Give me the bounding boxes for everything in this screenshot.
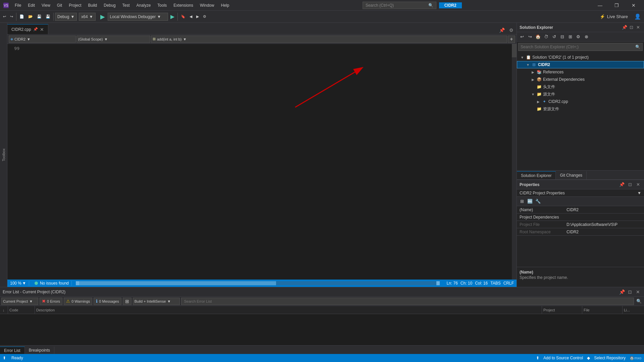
messages-button[interactable]: ℹ 0 Messages (94, 298, 121, 305)
status-select-repo[interactable]: Select Repository (593, 356, 627, 360)
se-tab-git[interactable]: Git Changes (556, 171, 587, 179)
error-search-input[interactable] (181, 298, 634, 305)
toolbox-label[interactable]: Toolbox (2, 148, 6, 161)
se-forward-button[interactable]: ↪ (526, 33, 534, 41)
no-issues-status[interactable]: No issues found (32, 281, 72, 286)
function-dropdown[interactable]: ⊞ add(int a, int b) ▼ (151, 36, 507, 43)
ch-label[interactable]: Ch: 10 (461, 281, 472, 286)
props-categorized-btn[interactable]: ⊞ (518, 198, 526, 205)
solution-expander[interactable]: ▼ (520, 55, 525, 60)
props-subtitle-arrow[interactable]: ▼ (637, 191, 641, 195)
menu-help[interactable]: Help (218, 2, 232, 9)
tab-close[interactable]: ✕ (40, 27, 44, 32)
col-line[interactable]: Li... (623, 306, 643, 314)
col-file[interactable]: File (582, 306, 623, 314)
platform-dropdown[interactable]: x64 ▼ (79, 13, 95, 21)
se-home-button[interactable]: 🏠 (534, 33, 542, 41)
menu-build[interactable]: Build (86, 2, 100, 9)
live-errors-button[interactable]: ⊞ (123, 298, 131, 305)
prop-row-file[interactable]: Project File D:\ApplicationSoftware\VS\P (517, 221, 644, 228)
settings-dropdown[interactable]: ⚙ (507, 26, 515, 34)
error-filter-dropdown[interactable]: Current Project ▼ (1, 298, 38, 305)
nav-add-button[interactable]: + (508, 36, 515, 43)
minimize-button[interactable]: — (592, 0, 608, 11)
bookmark-button[interactable]: 🔖 (179, 12, 187, 21)
lower-tab-breakpoints[interactable]: Breakpoints (25, 347, 54, 354)
maximize-button[interactable]: ❐ (609, 0, 625, 11)
search-box[interactable]: Search (Ctrl+Q) 🔍 (363, 2, 436, 9)
menu-project[interactable]: Project (66, 2, 84, 9)
col-code[interactable]: Code (8, 306, 35, 314)
menu-analyze[interactable]: Analyze (134, 2, 154, 9)
tree-item-cidr2cpp[interactable]: ▶ ✦ CIDR2.cpp (517, 98, 644, 105)
solution-tree[interactable]: ▼ 📋 Solution 'CIDR2' (1 of 1 project) ▼ … (517, 52, 644, 170)
run-button[interactable]: ▶ (99, 13, 106, 20)
se-float-button[interactable]: ⊡ (628, 24, 635, 31)
error-search-button[interactable]: 🔍 (635, 298, 643, 305)
close-button[interactable]: ✕ (626, 0, 641, 11)
col-label[interactable]: Col: 16 (475, 281, 488, 286)
source-files-expander[interactable]: ▼ (530, 92, 536, 97)
menu-tools[interactable]: Tools (155, 2, 169, 9)
tree-item-source-files[interactable]: ▼ 📁 源文件 (517, 90, 644, 98)
props-pin-button[interactable]: 📌 (619, 181, 625, 188)
toolbox-sidebar[interactable]: Toolbox (0, 23, 7, 287)
scope-dropdown[interactable]: ◈ CIDR2 ▼ (9, 36, 76, 43)
references-expander[interactable]: ▶ (530, 69, 536, 75)
se-pin-button[interactable]: 📌 (621, 24, 628, 31)
scroll-right-btn[interactable] (436, 281, 440, 285)
cidr2cpp-expander[interactable]: ▶ (536, 99, 541, 104)
menu-file[interactable]: File (12, 2, 24, 9)
menu-window[interactable]: Window (197, 2, 217, 9)
build-filter-dropdown[interactable]: Build + IntelliSense ▼ (133, 298, 180, 305)
new-file-button[interactable]: 📄 (18, 12, 26, 21)
settings-button[interactable]: ⚙ (201, 12, 208, 21)
prop-row-deps[interactable]: Project Dependencies (517, 214, 644, 221)
tree-item-ext-deps[interactable]: ▶ 📦 External Dependencies (517, 76, 644, 83)
menu-git[interactable]: Git (54, 2, 65, 9)
prop-row-ns[interactable]: Root Namespace CIDR2 (517, 228, 644, 236)
se-search-input[interactable] (521, 45, 635, 49)
props-float-button[interactable]: ⊡ (627, 181, 633, 188)
col-description[interactable]: Description (35, 306, 542, 314)
auto-hide-button[interactable]: 📌 (498, 26, 506, 34)
global-scope-dropdown[interactable]: (Global Scope) ▼ (76, 36, 150, 43)
open-file-button[interactable]: 📂 (26, 12, 35, 21)
prop-row-name[interactable]: (Name) CIDR2 (517, 206, 644, 214)
status-add-source[interactable]: Add to Source Control (542, 356, 584, 360)
vertical-scrollbar[interactable] (512, 44, 517, 280)
menu-view[interactable]: View (39, 2, 53, 9)
errors-button[interactable]: ✖ 0 Errors (40, 298, 62, 305)
ext-deps-expander[interactable]: ▶ (530, 77, 536, 82)
tree-item-header-files[interactable]: ▶ 📁 头文件 (517, 83, 644, 90)
save-all-button[interactable]: 💾 (44, 12, 52, 21)
se-search[interactable]: 🔍 (518, 43, 643, 51)
props-alpha-btn[interactable]: 🔤 (526, 198, 534, 205)
next-bookmark-button[interactable]: ▶ (195, 12, 201, 21)
menu-debug[interactable]: Debug (101, 2, 118, 9)
redo-button[interactable]: ↪ (8, 12, 15, 21)
scroll-left-btn[interactable] (76, 281, 79, 285)
debug-config-dropdown[interactable]: Debug ▼ (55, 13, 77, 21)
se-back-button[interactable]: ↩ (518, 33, 526, 41)
se-refresh-button[interactable]: ↺ (550, 33, 558, 41)
lower-panel-pin[interactable]: 📌 (619, 289, 625, 295)
ln-label[interactable]: Ln: 76 (446, 281, 458, 286)
props-props-btn[interactable]: 🔧 (534, 198, 542, 205)
se-filter-button[interactable]: ⊞ (567, 33, 574, 41)
tree-item-solution[interactable]: ▼ 📋 Solution 'CIDR2' (1 of 1 project) (517, 54, 644, 61)
se-extra-button[interactable]: ⊗ (583, 33, 590, 41)
code-content[interactable] (21, 44, 512, 280)
play-button[interactable]: ▶ (169, 12, 176, 21)
col-project[interactable]: Project (542, 306, 582, 314)
tabs-label[interactable]: TABS (490, 281, 500, 286)
profile-button[interactable]: 👤 (633, 12, 643, 21)
se-close-button[interactable]: ✕ (635, 24, 641, 31)
prev-bookmark-button[interactable]: ◀ (188, 12, 194, 21)
menu-edit[interactable]: Edit (25, 2, 38, 9)
tree-item-resource-files[interactable]: ▶ 📁 资源文件 (517, 105, 644, 113)
lower-panel-float[interactable]: ⊡ (627, 289, 633, 295)
horizontal-scrollbar[interactable] (76, 281, 440, 285)
tree-item-project[interactable]: ▼ ⊞ CIDR2 (517, 61, 644, 68)
lower-tab-errors[interactable]: Error List (0, 347, 25, 354)
